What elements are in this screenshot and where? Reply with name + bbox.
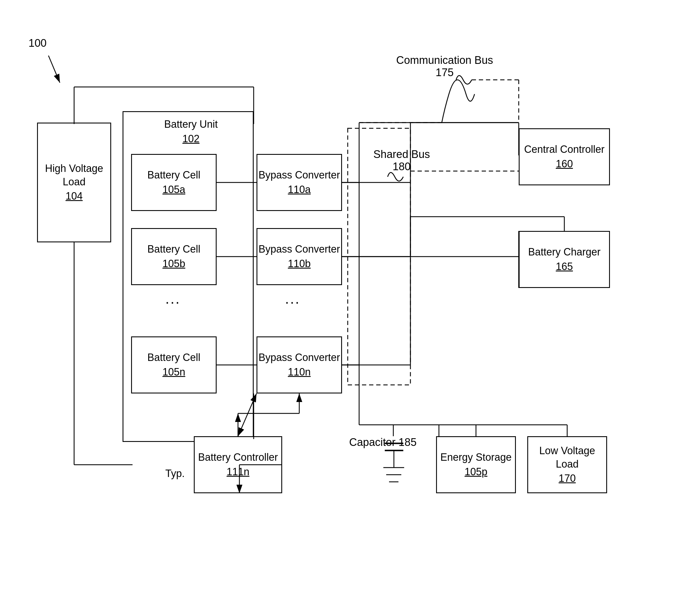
bypass-converter-a-box: Bypass Converter 110a — [256, 154, 342, 211]
energy-storage-box: Energy Storage 105p — [436, 436, 516, 493]
battery-unit-title: Battery Unit — [164, 118, 218, 131]
bypass-converter-a-title: Bypass Converter — [258, 169, 340, 182]
battery-controller-number: 111n — [227, 465, 249, 479]
low-voltage-load-box: Low Voltage Load 170 — [527, 436, 607, 493]
battery-cell-b-title: Battery Cell — [147, 243, 200, 256]
high-voltage-load-number: 104 — [66, 190, 83, 203]
capacitor-label: Capacitor 185 — [349, 436, 417, 449]
battery-cell-n-box: Battery Cell 105n — [131, 336, 217, 393]
communication-bus-label: Communication Bus 175 — [396, 54, 493, 79]
battery-unit-number: 102 — [182, 132, 200, 146]
low-voltage-load-number: 170 — [559, 472, 576, 485]
battery-cell-a-number: 105a — [162, 183, 185, 196]
bypass-converter-b-number: 110b — [288, 257, 311, 271]
battery-cell-n-title: Battery Cell — [147, 351, 200, 364]
energy-storage-title: Energy Storage — [440, 451, 511, 464]
bypass-converter-a-number: 110a — [288, 183, 311, 196]
comm-bus-number: 175 — [396, 67, 493, 79]
shared-bus-title: Shared Bus — [373, 148, 430, 161]
high-voltage-load-title: High Voltage Load — [38, 162, 110, 189]
central-controller-number: 160 — [556, 158, 573, 171]
bypass-converter-dots: ··· — [285, 294, 300, 310]
typ-label: Typ. — [165, 467, 185, 480]
capacitor-number: 185 — [398, 436, 417, 448]
battery-cell-dots: ··· — [165, 294, 181, 310]
battery-controller-box: Battery Controller 111n — [194, 436, 282, 493]
battery-cell-b-number: 105b — [162, 257, 185, 271]
ref-100-label: 100 — [28, 37, 47, 49]
battery-cell-b-box: Battery Cell 105b — [131, 228, 217, 285]
battery-charger-number: 165 — [556, 260, 573, 273]
bypass-converter-b-box: Bypass Converter 110b — [256, 228, 342, 285]
svg-line-2 — [48, 55, 60, 83]
shared-bus-label: Shared Bus 180 — [373, 148, 430, 173]
battery-charger-box: Battery Charger 165 — [519, 231, 610, 288]
central-controller-title: Central Controller — [524, 143, 604, 156]
bypass-converter-n-box: Bypass Converter 110n — [256, 336, 342, 393]
battery-controller-title: Battery Controller — [198, 451, 278, 464]
central-controller-box: Central Controller 160 — [519, 128, 610, 185]
battery-cell-n-number: 105n — [162, 365, 185, 379]
low-voltage-load-title: Low Voltage Load — [528, 444, 606, 471]
high-voltage-load-box: High Voltage Load 104 — [37, 123, 111, 242]
capacitor-title: Capacitor — [349, 436, 396, 448]
comm-bus-title: Communication Bus — [396, 54, 493, 67]
battery-cell-a-box: Battery Cell 105a — [131, 154, 217, 211]
bypass-converter-b-title: Bypass Converter — [258, 243, 340, 256]
diagram: 100 High Voltage Load 104 Battery Unit 1… — [0, 0, 700, 605]
energy-storage-number: 105p — [465, 465, 488, 479]
shared-bus-number: 180 — [373, 161, 430, 173]
bypass-converter-n-number: 110n — [288, 365, 311, 379]
battery-charger-title: Battery Charger — [528, 245, 601, 259]
bypass-converter-n-title: Bypass Converter — [258, 351, 340, 364]
battery-cell-a-title: Battery Cell — [147, 169, 200, 182]
diagram-lines — [0, 0, 700, 605]
